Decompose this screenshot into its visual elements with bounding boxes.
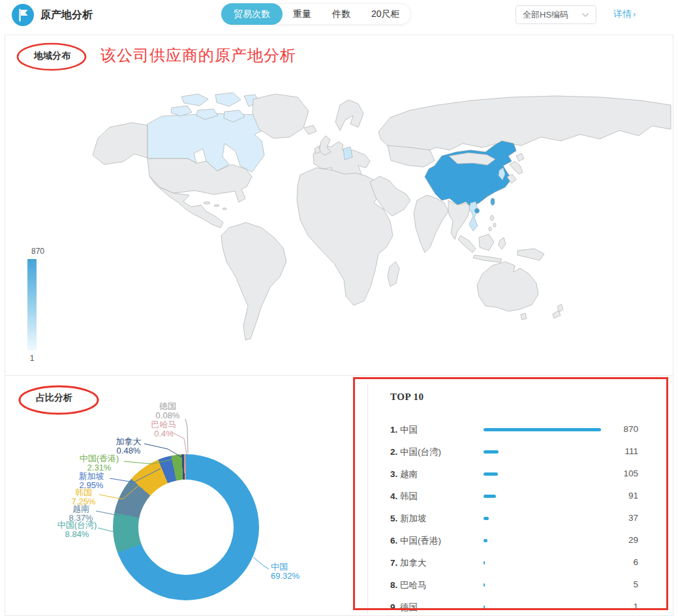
donut-label: 韩国7.25% bbox=[54, 488, 113, 506]
top10-rank: 5. bbox=[390, 514, 397, 523]
top10-row: 7. 加拿大 bbox=[390, 557, 427, 570]
world-map[interactable] bbox=[85, 91, 672, 366]
continent-south-america bbox=[221, 223, 286, 340]
top10-value: 29 bbox=[589, 535, 638, 545]
top10-value: 870 bbox=[589, 424, 638, 434]
top10-bar bbox=[484, 450, 499, 454]
donut-label: 巴哈马0.4% bbox=[134, 420, 193, 439]
donut-label: 中国(香港)2.31% bbox=[63, 454, 135, 472]
top10-rank: 1. bbox=[390, 425, 397, 435]
chevron-right-icon: › bbox=[633, 9, 636, 19]
top10-row: 6. 中国(香港) bbox=[390, 535, 441, 548]
tab-trade-count[interactable]: 贸易次数 bbox=[221, 3, 283, 25]
hs-code-select[interactable]: 全部HS编码 bbox=[516, 5, 596, 24]
donut-label: 中国69.32% bbox=[271, 562, 330, 581]
country-usa bbox=[147, 159, 252, 202]
flag-icon bbox=[12, 4, 34, 26]
top10-bar bbox=[484, 517, 489, 520]
panel-divider bbox=[367, 384, 368, 613]
country-australia bbox=[477, 262, 538, 311]
donut-label: 越南8.37% bbox=[52, 504, 110, 523]
top10-name: 韩国 bbox=[397, 491, 418, 501]
top10-row: 9. 德国 bbox=[390, 602, 418, 615]
top10-row: 1. 中国 bbox=[390, 424, 418, 437]
top10-row: 4. 韩国 bbox=[390, 491, 418, 504]
country-germany bbox=[343, 147, 352, 160]
tab-20ft-container[interactable]: 20尺柜 bbox=[361, 3, 410, 25]
scale-max-label: 870 bbox=[23, 247, 52, 256]
top10-row: 5. 新加坡 bbox=[390, 513, 427, 526]
island-madagascar bbox=[388, 262, 399, 286]
scale-min-label: 1 bbox=[23, 354, 40, 363]
top10-value: 111 bbox=[589, 446, 638, 456]
top10-name: 加拿大 bbox=[397, 558, 426, 568]
top10-bar bbox=[484, 561, 485, 564]
top10-name: 巴哈马 bbox=[397, 580, 426, 590]
app-logo bbox=[12, 4, 34, 26]
hs-code-select-value: 全部HS编码 bbox=[523, 9, 568, 21]
top10-name: 中国 bbox=[397, 425, 418, 435]
country-greenland bbox=[253, 94, 309, 138]
pie-section-title: 占比分析 bbox=[36, 392, 72, 404]
top10-title: TOP 10 bbox=[390, 392, 424, 403]
top10-rank: 4. bbox=[390, 491, 397, 501]
top10-rank: 9. bbox=[390, 602, 397, 612]
tab-piece-count[interactable]: 件数 bbox=[322, 3, 361, 25]
donut-label: 新加坡2.95% bbox=[62, 472, 121, 490]
chevron-down-icon bbox=[581, 12, 589, 18]
country-vietnam bbox=[469, 202, 478, 231]
map-section-title: 地域分布 bbox=[34, 50, 70, 62]
donut-label: 加拿大0.48% bbox=[99, 437, 158, 455]
map-section: 地域分布 该公司供应商的原产地分析 bbox=[5, 35, 673, 375]
detail-link[interactable]: 详情› bbox=[613, 8, 636, 20]
island-taiwan bbox=[491, 198, 495, 206]
country-japan bbox=[516, 153, 524, 161]
top10-name: 中国(台湾) bbox=[397, 447, 441, 457]
top10-rank: 3. bbox=[390, 469, 397, 479]
top10-bar bbox=[484, 495, 496, 498]
country-india bbox=[414, 195, 448, 253]
top10-value: 105 bbox=[589, 469, 638, 478]
top10-bar bbox=[484, 472, 498, 476]
metric-tabs: 贸易次数 重量 件数 20尺柜 bbox=[221, 3, 411, 25]
top10-value: 5 bbox=[589, 579, 638, 589]
country-alaska bbox=[93, 123, 147, 164]
top10-value: 37 bbox=[589, 513, 638, 523]
country-russia bbox=[378, 96, 671, 152]
top10-value: 6 bbox=[589, 557, 638, 567]
top10-row: 3. 越南 bbox=[390, 469, 418, 482]
top10-value: 1 bbox=[589, 602, 638, 611]
region-southeast-asia bbox=[448, 200, 470, 239]
top10-bar bbox=[484, 606, 485, 609]
annotation-note-text: 该公司供应商的原产地分析 bbox=[100, 45, 296, 66]
top10-name: 越南 bbox=[397, 469, 418, 479]
donut-label: 中国(台湾)8.84% bbox=[35, 521, 119, 539]
country-philippines bbox=[491, 215, 494, 221]
page-title: 原产地分析 bbox=[40, 8, 93, 22]
top10-value: 91 bbox=[589, 491, 638, 501]
top10-rank: 8. bbox=[390, 580, 397, 590]
top10-bar bbox=[484, 539, 487, 542]
donut-label: 德国0.08% bbox=[138, 402, 197, 420]
top10-name: 德国 bbox=[397, 602, 418, 612]
top10-name: 中国(香港) bbox=[397, 536, 441, 546]
tab-weight[interactable]: 重量 bbox=[283, 3, 322, 25]
top10-rank: 2. bbox=[390, 447, 397, 457]
country-indonesia bbox=[458, 236, 476, 253]
top10-name: 新加坡 bbox=[397, 514, 426, 523]
top10-bar bbox=[484, 583, 485, 587]
origin-analysis-page: 原产地分析 贸易次数 重量 件数 20尺柜 全部HS编码 详情› 地域分布 该公… bbox=[0, 0, 678, 616]
header: 原产地分析 贸易次数 重量 件数 20尺柜 全部HS编码 详情› bbox=[0, 0, 678, 30]
island-hainan bbox=[475, 209, 480, 213]
donut-chart[interactable] bbox=[113, 454, 259, 600]
top10-rank: 7. bbox=[390, 558, 397, 568]
top10-rank: 6. bbox=[390, 536, 397, 546]
top10-bar bbox=[484, 428, 601, 431]
top10-row: 8. 巴哈马 bbox=[390, 579, 427, 593]
analysis-card: 地域分布 该公司供应商的原产地分析 bbox=[5, 35, 673, 616]
proportion-section: 占比分析 中国69.32%中国(台湾)8.84%越南8.37%韩国7.25%新加… bbox=[5, 375, 673, 615]
color-scale-bar bbox=[27, 259, 37, 351]
top10-row: 2. 中国(台湾) bbox=[390, 446, 441, 459]
island-new-guinea bbox=[517, 249, 544, 260]
